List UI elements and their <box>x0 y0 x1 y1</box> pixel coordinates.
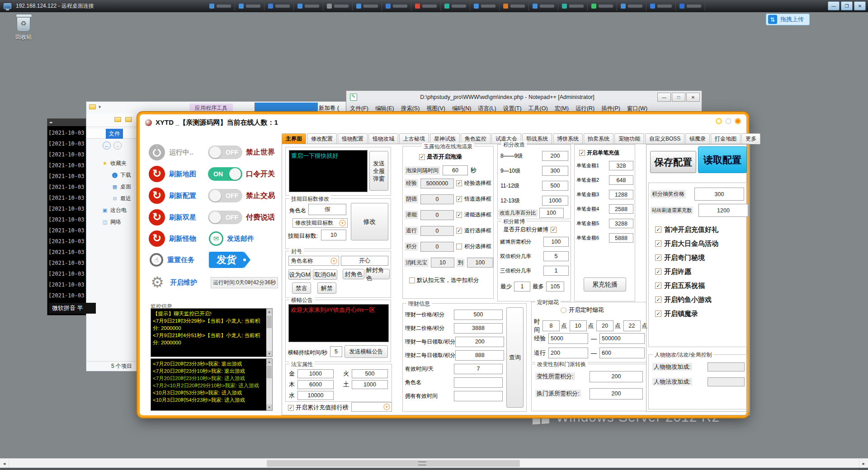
gm-tab[interactable]: 博饼系统 <box>553 133 583 144</box>
single-amount-input[interactable]: 1288 <box>609 190 633 199</box>
taskbar-item[interactable] <box>206 1 235 11</box>
minimize-button[interactable]: — <box>657 93 671 102</box>
feature-checkbox[interactable] <box>655 268 661 275</box>
menu-item[interactable]: 文件(F) <box>350 105 368 113</box>
remake-input[interactable]: 500 <box>542 181 568 191</box>
bath-stat-input[interactable]: 0 <box>420 210 454 220</box>
menu-item[interactable]: 宏(M) <box>555 105 569 113</box>
gm-tab[interactable]: 镇魔录 <box>685 133 710 144</box>
gamble-input[interactable]: 5 <box>543 251 569 261</box>
gear-icon[interactable]: ⚙ <box>149 274 166 291</box>
licai-input[interactable]: 7 <box>454 364 503 374</box>
bath-cost-min-input[interactable]: 10 <box>431 258 454 268</box>
minimize-button[interactable]: — <box>828 1 840 10</box>
street-input[interactable]: 1200 <box>698 204 748 217</box>
licai-input[interactable]: 500 <box>454 310 503 320</box>
bath-stat-checkbox[interactable] <box>456 212 462 218</box>
menu-item[interactable]: 搜索(S) <box>401 105 420 113</box>
single-amount-input[interactable]: 648 <box>609 175 633 185</box>
ban-role-button[interactable]: 封角色 <box>343 269 364 279</box>
forward-button[interactable]: → <box>113 141 122 150</box>
exp-min-input[interactable]: 5000 <box>548 333 588 344</box>
taskbar-item[interactable] <box>676 1 705 11</box>
menu-item[interactable]: 编辑(E) <box>375 105 394 113</box>
close-button[interactable] <box>735 118 741 124</box>
fabao-value-input[interactable]: 1000 <box>352 380 388 389</box>
set-gm-button[interactable]: 设为GM <box>288 269 311 280</box>
refresh-icon[interactable] <box>149 209 165 226</box>
taskbar-item[interactable] <box>382 1 411 11</box>
refresh-icon[interactable] <box>149 166 165 182</box>
role-input[interactable]: 假 <box>308 204 346 215</box>
recycle-bin[interactable]: 回收站 <box>9 15 38 41</box>
feature-checkbox[interactable] <box>655 226 661 233</box>
bath-stat-checkbox[interactable] <box>456 180 462 186</box>
explorer-quick-access[interactable]: ▼ <box>89 104 102 109</box>
bath-stat-checkbox[interactable] <box>456 228 462 234</box>
skill-mode-dropdown[interactable]: 修改技能目标数 <box>292 218 348 228</box>
fireworks-radio[interactable] <box>561 307 566 313</box>
menu-item[interactable]: 语言(L) <box>478 105 496 113</box>
gender-input[interactable]: 200 <box>590 371 643 382</box>
gm-tab[interactable]: 修改配置 <box>307 133 337 144</box>
notepad-titlebar[interactable]: D:\phpstudy_pro\WWW\wd\gm\index.php - No… <box>346 91 702 103</box>
hour-input[interactable]: 8 <box>542 320 560 331</box>
modify-button[interactable]: 修改 <box>351 203 388 240</box>
refresh-monster-button[interactable]: 刷新怪物 <box>169 235 208 243</box>
rank-dropdown[interactable] <box>351 402 392 412</box>
gm-tab[interactable]: 怪物配置 <box>338 133 368 144</box>
bath-stat-input[interactable]: 5000000 <box>420 179 454 188</box>
licai-input[interactable] <box>454 377 503 388</box>
bath-stat-input[interactable]: 0 <box>420 226 454 236</box>
gender-input[interactable]: 200 <box>590 388 643 400</box>
taskbar-item[interactable] <box>617 1 646 11</box>
toggle-ban-world[interactable]: OFF <box>208 146 242 159</box>
menu-item[interactable]: 视图(V) <box>426 105 445 113</box>
exp-max-input[interactable]: 500000 <box>599 333 645 344</box>
toggle-paid-chat[interactable]: OFF <box>208 211 242 224</box>
taskbar-item[interactable] <box>529 1 558 11</box>
taskbar-item[interactable] <box>235 1 264 11</box>
single-amount-input[interactable]: 5888 <box>609 233 633 243</box>
scrollbar[interactable]: ▲▼ <box>266 309 272 357</box>
rank-checkbox[interactable] <box>288 405 294 411</box>
licai-input[interactable] <box>454 391 503 401</box>
unmute-button[interactable]: 解禁 <box>317 282 336 294</box>
refresh-config-button[interactable]: 刷新配置 <box>169 192 208 200</box>
refresh-double-button[interactable]: 刷新双星 <box>169 213 208 222</box>
gm-titlebar[interactable]: XYTD _【亲测源码网】当前在线人数：1 <box>140 114 746 131</box>
maximize-button[interactable]: □ <box>672 93 685 102</box>
hour-input[interactable]: 10 <box>570 320 587 331</box>
attack-input[interactable] <box>708 362 745 371</box>
ban-name-input[interactable]: 开心 <box>341 256 388 266</box>
skill-target-input[interactable]: 10 <box>321 230 346 240</box>
hand-click-icon[interactable] <box>150 253 163 267</box>
query-button[interactable]: 查询 <box>506 307 524 408</box>
taskbar-item[interactable] <box>294 1 323 11</box>
remake-input[interactable]: 1000 <box>542 196 568 206</box>
menu-item[interactable]: 设置(T) <box>503 105 522 113</box>
gamble-enable-checkbox[interactable] <box>551 227 557 233</box>
banner-textarea[interactable]: 欢迎大家来到#Y铁血丹心#n一区 <box>288 304 389 342</box>
licai-input[interactable]: 3888 <box>454 323 503 334</box>
restore-button[interactable]: ❐ <box>841 1 853 10</box>
max-input[interactable]: 105 <box>546 282 564 291</box>
taskbar-item[interactable] <box>470 1 500 11</box>
menu-item[interactable]: 运行(R) <box>576 105 594 113</box>
gm-tab[interactable]: 自定义BOSS <box>645 133 684 144</box>
scrollbar[interactable]: ▲▼ <box>266 359 272 410</box>
bath-stat-input[interactable]: 0 <box>420 194 454 204</box>
licai-input[interactable]: 200 <box>455 337 504 347</box>
feature-checkbox[interactable] <box>655 254 661 261</box>
single-amount-input[interactable]: 328 <box>609 161 633 170</box>
taskbar-item[interactable] <box>264 1 294 11</box>
toggle-password[interactable]: ON <box>208 167 242 181</box>
gamble-input[interactable]: 100 <box>543 237 569 247</box>
taskbar-item[interactable] <box>441 1 470 11</box>
refresh-icon[interactable] <box>149 230 165 247</box>
feature-checkbox[interactable] <box>655 296 661 303</box>
menu-item[interactable]: 工具(O) <box>528 105 548 113</box>
taskbar-item[interactable] <box>588 1 617 11</box>
single-amount-input[interactable]: 2588 <box>609 204 633 214</box>
recharge-carousel-button[interactable]: 累充轮播 <box>584 277 626 291</box>
